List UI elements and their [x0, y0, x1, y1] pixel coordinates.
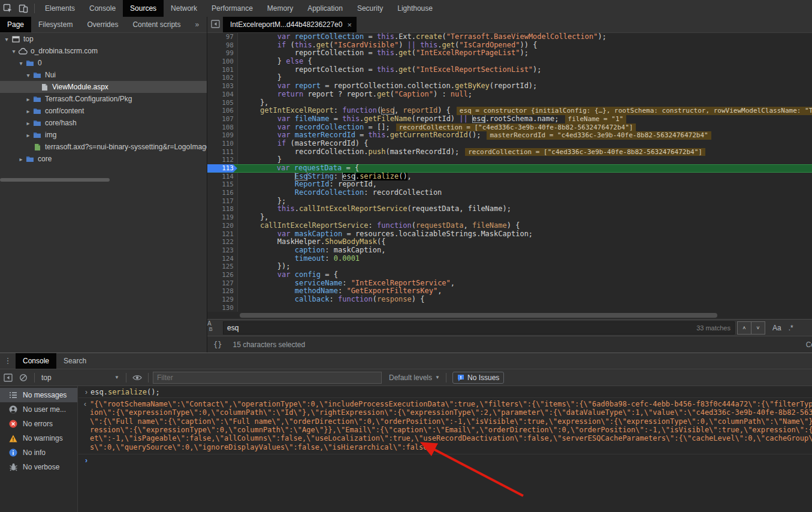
main-tab-elements[interactable]: Elements — [38, 0, 82, 17]
clear-console-icon[interactable] — [16, 371, 31, 385]
line-number[interactable]: 112 — [207, 156, 238, 164]
sidebar-tabs-overflow-chevron[interactable]: » — [188, 17, 206, 32]
console-filter-no-errors[interactable]: No errors — [0, 417, 77, 431]
code-line[interactable]: 129 callback: function(response) { — [207, 296, 812, 304]
line-number[interactable]: 125 — [207, 263, 238, 271]
pretty-print-icon[interactable]: {} — [213, 341, 222, 349]
line-number[interactable]: 109 — [207, 131, 238, 140]
search-next-button[interactable]: ˅ — [751, 321, 765, 335]
editor-horizontal-scrollbar[interactable] — [207, 312, 812, 319]
line-number[interactable]: 107 — [207, 115, 238, 124]
code-line[interactable]: 110 if (masterRecordId) { — [207, 140, 812, 148]
code-line[interactable]: 124 timeout: 0.0001 — [207, 255, 812, 263]
no-issues-button[interactable]: No Issues — [452, 372, 504, 384]
console-filter-no-user-me-[interactable]: No user me... — [0, 402, 77, 417]
code-line[interactable]: 126 var config = { — [207, 271, 812, 279]
code-line[interactable]: 109 var masterRecordId = this.getCurrent… — [207, 131, 812, 140]
line-number[interactable]: 118 — [207, 205, 238, 213]
tree-item[interactable]: ▾top — [0, 33, 207, 45]
main-tab-lighthouse[interactable]: Lighthouse — [390, 0, 440, 17]
drawer-tab-console[interactable]: Console — [16, 353, 56, 369]
main-tab-network[interactable]: Network — [164, 0, 204, 17]
code-line[interactable]: 116 RecordCollection: recordCollection — [207, 189, 812, 197]
code-line[interactable]: 130 — [207, 304, 812, 312]
expander-icon[interactable]: ▾ — [2, 36, 11, 43]
line-number[interactable]: 116 — [207, 189, 238, 197]
search-field[interactable]: 33 matches — [223, 321, 735, 335]
line-number[interactable]: 103 — [207, 82, 238, 91]
code-line[interactable]: 115 ReportId: reportId, — [207, 180, 812, 189]
match-case-toggle[interactable]: Aa — [772, 324, 781, 332]
line-number[interactable]: 122 — [207, 238, 238, 246]
tree-horizontal-scrollbar[interactable] — [0, 177, 207, 182]
code-line[interactable]: 112 } — [207, 156, 812, 164]
code-line[interactable]: 111 recordCollection.push(masterRecordId… — [207, 148, 812, 156]
code-line[interactable]: 97 var reportCollection = this.Ext.creat… — [207, 33, 812, 41]
line-number[interactable]: 111 — [207, 148, 238, 156]
console-filter-no-verbose[interactable]: No verbose — [0, 460, 77, 474]
code-line[interactable]: 114 EsqString: esq.serialize(), — [207, 173, 812, 181]
main-tab-security[interactable]: Security — [350, 0, 390, 17]
expander-icon[interactable]: ▾ — [24, 72, 32, 79]
code-line[interactable]: 128 methodName: "GetExportFiltersKey", — [207, 287, 812, 296]
expander-icon[interactable]: ▸ — [24, 96, 32, 103]
code-line[interactable]: 118 this.callIntExcelReportService(reque… — [207, 205, 812, 213]
line-number[interactable]: 114 — [207, 173, 238, 181]
tree-item[interactable]: ▸img — [0, 129, 207, 141]
code-line[interactable]: 105 }, — [207, 99, 812, 107]
expander-icon[interactable]: ▸ — [17, 156, 25, 162]
eye-icon[interactable] — [129, 371, 145, 385]
line-number[interactable]: 115 — [207, 180, 238, 189]
line-number[interactable]: 119 — [207, 213, 238, 222]
expander-icon[interactable]: ▸ — [24, 108, 32, 115]
code-line[interactable]: 101 reportCollection = this.get("IntExce… — [207, 66, 812, 74]
tree-item[interactable]: ViewModule.aspx — [0, 81, 207, 93]
line-number[interactable]: 106 — [207, 107, 238, 115]
console-prompt-row[interactable]: › — [79, 454, 812, 466]
code-line[interactable]: 104 return report ? report.get("Caption"… — [207, 91, 812, 99]
drawer-menu-icon[interactable]: ⋮ — [0, 353, 16, 368]
levels-dropdown[interactable]: Default levels ▼ — [389, 374, 440, 382]
search-input[interactable] — [224, 324, 674, 332]
sidebar-tab-filesystem[interactable]: Filesystem — [31, 17, 80, 32]
tree-item[interactable]: ▸core — [0, 153, 207, 165]
line-number[interactable]: 126 — [207, 271, 238, 279]
expander-icon[interactable]: ▾ — [10, 48, 18, 55]
code-line[interactable]: 125 }); — [207, 263, 812, 271]
expander-icon[interactable]: ▸ — [24, 132, 32, 138]
line-number[interactable]: 129 — [207, 296, 238, 304]
code-line[interactable]: 117 }; — [207, 197, 812, 206]
code-line[interactable]: 122 MaskHelper.ShowBodyMask({ — [207, 238, 812, 246]
line-number[interactable]: 104 — [207, 91, 238, 99]
line-number[interactable]: 128 — [207, 287, 238, 296]
code-line[interactable]: 102 } — [207, 74, 812, 82]
line-number[interactable]: 110 — [207, 140, 238, 148]
expander-icon[interactable]: ▾ — [17, 60, 25, 67]
main-tab-memory[interactable]: Memory — [260, 0, 300, 17]
sidebar-tab-content-scripts[interactable]: Content scripts — [125, 17, 188, 32]
line-number[interactable]: 127 — [207, 279, 238, 288]
code-line[interactable]: 107 var fileName = this.getFileName(repo… — [207, 115, 812, 124]
execution-line[interactable]: 113 var requestData = { — [207, 164, 812, 173]
close-icon[interactable]: × — [347, 20, 352, 29]
console-sidebar-toggle-icon[interactable] — [0, 371, 16, 385]
regex-toggle[interactable]: .* — [789, 324, 793, 332]
tree-item[interactable]: ▸Terrasoft.Configuration/Pkg — [0, 93, 207, 105]
code-line[interactable]: 106 getIntExcelReport: function(esq, rep… — [207, 107, 812, 115]
line-number[interactable]: 124 — [207, 255, 238, 263]
code-line[interactable]: 127 serviceName: "IntExcelReportService"… — [207, 279, 812, 288]
line-number[interactable]: 130 — [207, 304, 238, 312]
line-number[interactable]: 101 — [207, 66, 238, 74]
line-number[interactable]: 123 — [207, 246, 238, 255]
line-number[interactable]: 98 — [207, 41, 238, 50]
main-tab-application[interactable]: Application — [300, 0, 350, 17]
sidebar-tab-page[interactable]: Page — [0, 17, 31, 32]
inspect-icon[interactable] — [0, 1, 16, 16]
code-line[interactable]: 119 }, — [207, 213, 812, 222]
tree-item[interactable]: ▸conf/content — [0, 105, 207, 117]
scrollbar-thumb[interactable] — [0, 178, 110, 182]
search-previous-button[interactable]: ˄ — [737, 321, 751, 335]
code-line[interactable]: 120 callIntExcelReportService: function(… — [207, 222, 812, 230]
tree-item[interactable]: ▸core/hash — [0, 117, 207, 129]
code-line[interactable]: 123 caption: maskCaption, — [207, 246, 812, 255]
